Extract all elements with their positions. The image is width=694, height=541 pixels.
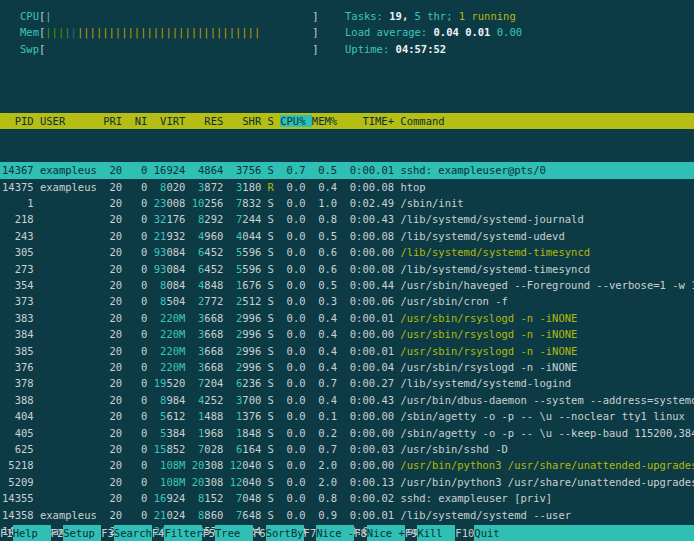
process-row[interactable]: 376 20 0 220M 3668 2996 S 0.0 0.4 0:00.0… [0,359,694,375]
fkey-search[interactable]: F3Search [101,525,152,541]
fkey-number: F4 [152,525,165,541]
column-header-command[interactable]: Command [400,115,444,127]
fkey-sortby[interactable]: F6SortBy [253,525,304,541]
fkey-number: F5 [202,525,215,541]
tasks-summary: Tasks: 19, 5 thr; 1 running [345,8,522,24]
system-info-panel: Tasks: 19, 5 thr; 1 runningLoad average:… [345,8,522,57]
column-header-pri[interactable]: PRI [103,115,128,127]
process-row[interactable]: 1 20 0 23008 10256 7832 S 0.0 1.0 0:02.4… [0,195,694,211]
process-row[interactable]: 14375 exampleus 20 0 8020 3872 3180 R 0.… [0,179,694,195]
process-row[interactable]: 5218 20 0 108M 20308 12040 S 0.0 2.0 0:0… [0,457,694,473]
cpu-meter: CPU[|] [20,8,319,24]
fkey-number: F7 [304,525,317,541]
column-header-user[interactable]: USER [40,115,103,127]
fkey-label: Nice + [367,525,405,541]
fkey-number: F9 [405,525,418,541]
process-row[interactable]: 373 20 0 8504 2772 2512 S 0.0 0.3 0:00.0… [0,293,694,309]
process-row[interactable]: 388 20 0 8984 4252 3700 S 0.0 0.4 0:00.4… [0,392,694,408]
process-row[interactable]: 14355 20 0 16924 8152 7048 S 0.0 0.8 0:0… [0,490,694,506]
process-row[interactable]: 404 20 0 5612 1488 1376 S 0.0 0.1 0:00.0… [0,408,694,424]
fkey-nice[interactable]: F8Nice + [354,525,405,541]
fkey-tree[interactable]: F5Tree [202,525,253,541]
process-row[interactable]: 378 20 0 19520 7204 6236 S 0.0 0.7 0:00.… [0,375,694,391]
process-row[interactable]: 405 20 0 5384 1968 1848 S 0.0 0.2 0:00.0… [0,425,694,441]
mem-meter-label: Mem [20,26,39,38]
process-row[interactable]: 243 20 0 21932 4960 4044 S 0.0 0.5 0:00.… [0,228,694,244]
fkey-label: Quit [474,525,694,541]
fkey-nice[interactable]: F7Nice - [304,525,355,541]
fkey-number: F6 [253,525,266,541]
process-row[interactable]: 385 20 0 220M 3668 2996 S 0.0 0.4 0:00.0… [0,343,694,359]
process-row[interactable]: 383 20 0 220M 3668 2996 S 0.0 0.4 0:00.0… [0,310,694,326]
fkey-quit[interactable]: F10Quit [455,525,694,541]
column-header-res[interactable]: RES [192,115,230,127]
fkey-number: F1 [0,525,13,541]
mem-meter-bar: |||||||||||||||||||||||||||||||||| [45,24,312,40]
column-header-cpu[interactable]: CPU% [280,115,312,127]
fkey-number: F10 [455,525,474,541]
fkey-label: Search [114,525,152,541]
fkey-label: Help [13,525,51,541]
swp-meter-bar [45,41,312,57]
fkey-filter[interactable]: F4Filter [152,525,203,541]
process-row[interactable]: 218 20 0 32176 8292 7244 S 0.0 0.8 0:00.… [0,211,694,227]
meters-panel: CPU[|]Mem[||||||||||||||||||||||||||||||… [20,8,319,57]
load-average: Load average: 0.04 0.01 0.00 [345,24,522,40]
swp-meter: Swp[] [20,41,319,57]
process-row[interactable]: 305 20 0 93084 6452 5596 S 0.0 0.6 0:00.… [0,244,694,260]
fkey-label: SortBy [266,525,304,541]
fkey-label: Nice - [316,525,354,541]
htop-screen: CPU[|]Mem[||||||||||||||||||||||||||||||… [0,0,694,541]
fkey-number: F3 [101,525,114,541]
process-row[interactable]: 273 20 0 93084 6452 5596 S 0.0 0.6 0:00.… [0,261,694,277]
process-row[interactable]: 14367 exampleus 20 0 16924 4864 3756 S 0… [0,162,694,178]
table-body: 14367 exampleus 20 0 16924 4864 3756 S 0… [0,162,694,541]
fkey-number: F8 [354,525,367,541]
column-header-mem[interactable]: MEM% [312,115,344,127]
fkey-kill[interactable]: F9Kill [405,525,456,541]
column-header-pid[interactable]: PID [2,115,40,127]
column-header-shr[interactable]: SHR [230,115,268,127]
table-header-row: PID USER PRI NI VIRT RES SHR S CPU% MEM%… [0,113,694,129]
cpu-meter-label: CPU [20,10,39,22]
uptime: Uptime: 04:57:52 [345,41,522,57]
process-row[interactable]: 14358 exampleus 20 0 21024 8860 7648 S 0… [0,507,694,523]
cpu-meter-bar: | [45,8,312,24]
mem-meter: Mem[||||||||||||||||||||||||||||||||||] [20,24,319,40]
fkey-help[interactable]: F1Help [0,525,51,541]
fkey-label: Tree [215,525,253,541]
column-header-ni[interactable]: NI [128,115,153,127]
fkey-number: F2 [51,525,64,541]
process-table: PID USER PRI NI VIRT RES SHR S CPU% MEM%… [0,80,694,541]
fkey-label: Setup [63,525,101,541]
column-header-time[interactable]: TIME+ [343,115,400,127]
column-header-s[interactable]: S [268,115,281,127]
process-row[interactable]: 354 20 0 8084 4848 1676 S 0.0 0.5 0:00.4… [0,277,694,293]
fkey-label: Kill [417,525,455,541]
fkey-setup[interactable]: F2Setup [51,525,102,541]
column-header-virt[interactable]: VIRT [154,115,192,127]
fkey-label: Filter [164,525,202,541]
process-row[interactable]: 5209 20 0 108M 20308 12040 S 0.0 2.0 0:0… [0,474,694,490]
process-row[interactable]: 625 20 0 15852 7028 6164 S 0.0 0.7 0:00.… [0,441,694,457]
swp-meter-label: Swp [20,43,39,55]
function-key-bar: F1Help F2Setup F3SearchF4FilterF5Tree F6… [0,525,694,541]
process-row[interactable]: 384 20 0 220M 3668 2996 S 0.0 0.4 0:00.0… [0,326,694,342]
